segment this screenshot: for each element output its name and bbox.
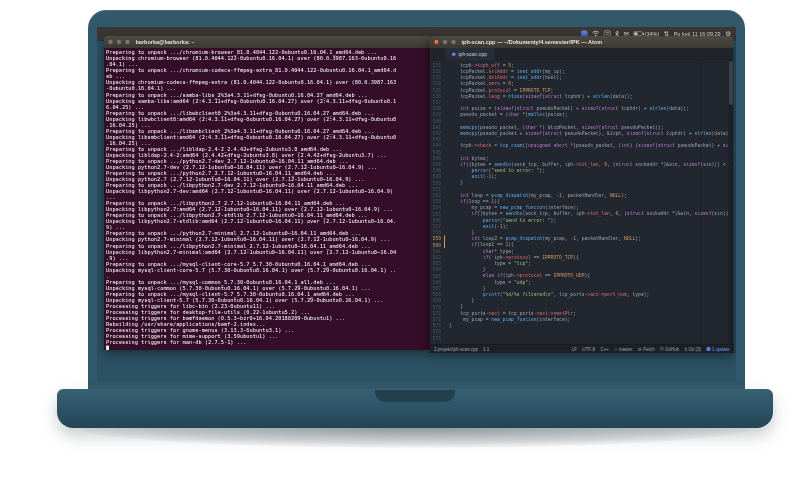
status-line-ending[interactable]: LF <box>571 346 576 351</box>
atom-statusbar: 2.projekt/iph-scan.cpp 1:1 LF UTF-8 C++ … <box>430 344 734 353</box>
atom-tabbar: iph-scan.cpp <box>430 48 734 60</box>
maximize-button[interactable] <box>451 40 456 45</box>
branch-icon: ⑂ <box>614 346 617 351</box>
laptop-mockup: ✉ (34%) ⇅ Po kvě 11 16:09:29 ⚙ <box>0 0 800 477</box>
terminal-line: Unpacking libpython2.7-stdlib:amd64 (2.7… <box>106 218 429 224</box>
terminal-window: barborka@barborka: ~ Preparing to unpack… <box>104 36 431 350</box>
status-git-changes[interactable]: ±Git (3) <box>684 346 700 351</box>
vertical-scrollbar[interactable] <box>729 60 734 344</box>
terminal-title: barborka@barborka: ~ <box>136 39 195 45</box>
status-git-branch[interactable]: ⑂master <box>614 346 632 351</box>
code-line <box>449 335 734 341</box>
code-editor[interactable]: 5315325335345355365375385395405415425435… <box>430 60 734 344</box>
line-number-gutter: 5315325335345355365375385395405415425435… <box>430 62 445 341</box>
tab-iph-scan-cpp[interactable]: iph-scan.cpp <box>445 48 494 60</box>
terminal-line: Unpacking libpython2.7-dev:amd64 (2.7.12… <box>106 188 429 194</box>
fetch-icon: ⟳ <box>638 346 642 351</box>
atom-title: iph-scan.cpp — ~/Dokumenty/4.semester/IP… <box>462 39 603 45</box>
terminal-line: Unpacking libpython2.7-minimal:amd64 (2.… <box>106 248 429 254</box>
minimize-button[interactable] <box>117 40 122 45</box>
close-button[interactable] <box>434 40 439 45</box>
close-button[interactable] <box>108 40 113 45</box>
minimize-button[interactable] <box>443 40 448 45</box>
laptop-screen: ✉ (34%) ⇅ Po kvě 11 16:09:29 ⚙ <box>88 10 745 389</box>
terminal-output[interactable]: Preparing to unpack .../chromium-browser… <box>104 48 431 350</box>
github-icon <box>660 347 664 351</box>
atom-titlebar[interactable]: iph-scan.cpp — ~/Dokumenty/4.semester/IP… <box>430 36 734 48</box>
git-icon: ± <box>684 346 686 351</box>
code-line: tcph->check = tcp_csum((unsigned short *… <box>449 143 734 149</box>
status-fetch[interactable]: ⟳Fetch <box>638 346 655 351</box>
laptop-base <box>57 389 773 428</box>
status-encoding[interactable]: UTF-8 <box>582 346 595 351</box>
laptop-lid-notch <box>375 390 455 402</box>
code-lines[interactable]: tcph->tcph_off = 5; tcpPacket.srcAddr = … <box>445 62 734 341</box>
status-grammar[interactable]: C++ <box>600 346 609 351</box>
terminal-line: Unpacking python2.7-minimal (2.7.12-1ubu… <box>106 236 429 242</box>
tab-label: iph-scan.cpp <box>459 51 487 57</box>
terminal-line: Preparing to unpack .../chromium-codecs-… <box>106 67 429 73</box>
scrollbar-thumb[interactable] <box>729 61 733 105</box>
status-update[interactable]: 1 update <box>706 346 729 351</box>
terminal-line: Unpacking chromium-browser (81.0.4044.12… <box>106 55 429 61</box>
modified-dot-icon <box>452 52 456 56</box>
terminal-line: Unpacking libsmbclient:amd64 (2:4.3.11+d… <box>106 134 429 140</box>
status-cursor-position[interactable]: 1:1 <box>483 346 489 351</box>
desktop[interactable]: ✉ (34%) ⇅ Po kvě 11 16:09:29 ⚙ <box>97 27 736 382</box>
update-icon <box>706 347 710 351</box>
code-line: memcpy(pseudo_packet + sizeof(struct pse… <box>449 130 734 136</box>
status-github[interactable]: GitHub <box>660 346 679 351</box>
terminal-titlebar[interactable]: barborka@barborka: ~ <box>104 36 431 48</box>
terminal-line: Unpacking mysql-client-core-5.7 (5.7.30-… <box>106 266 429 272</box>
status-file-path[interactable]: 2.projekt/iph-scan.cpp <box>434 346 478 351</box>
maximize-button[interactable] <box>125 40 130 45</box>
terminal-cursor <box>106 345 109 350</box>
atom-window: iph-scan.cpp — ~/Dokumenty/4.semester/IP… <box>430 36 734 353</box>
terminal-line: Unpacking libwbclient0:amd64 (2:4.3.11+d… <box>106 115 429 121</box>
terminal-line: Unpacking samba-libs:amd64 (2:4.3.11+dfs… <box>106 97 429 103</box>
